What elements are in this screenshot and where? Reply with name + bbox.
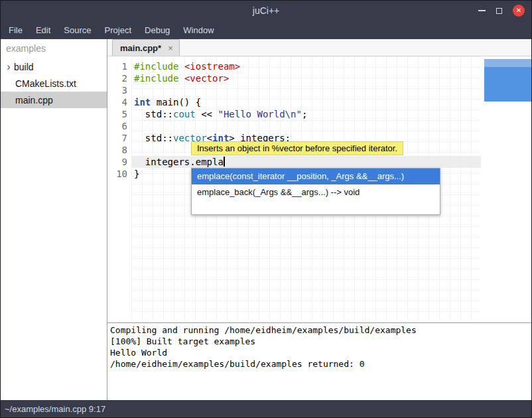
completion-doc-tooltip: Inserts an object in %vector before spec…	[191, 141, 403, 155]
editor-column: main.cpp* × Inserts an object in %vector…	[107, 39, 531, 400]
text-cursor-icon	[224, 157, 225, 167]
tree-item-label: build	[14, 62, 34, 72]
sidebar: examples ›buildCMakeLists.txtmain.cpp	[1, 39, 107, 400]
line-number: 10	[107, 168, 127, 180]
tab-close-icon[interactable]: ×	[168, 43, 173, 53]
code-line[interactable]: #include <vector>	[134, 72, 229, 84]
console-line: Hello World	[110, 347, 529, 358]
menu-debug[interactable]: Debug	[138, 22, 176, 38]
code-token	[178, 73, 184, 84]
minimize-icon[interactable]	[478, 10, 486, 11]
menubar: FileEditSourceProjectDebugWindow	[1, 21, 531, 39]
completion-popup: emplace(const_iterator __position, _Args…	[191, 168, 440, 215]
code-line[interactable]: integers.empla	[134, 156, 225, 168]
file-tree: ›buildCMakeLists.txtmain.cpp	[1, 58, 107, 108]
code-token: main() {	[151, 97, 201, 107]
code-token: cout	[173, 109, 196, 119]
code-token: "Hello World\n"	[218, 109, 301, 119]
maximize-icon[interactable]	[496, 8, 502, 14]
tab-label: main.cpp*	[120, 43, 161, 53]
console-line: [100%] Built target examples	[110, 336, 529, 347]
code-token: #include	[134, 61, 178, 72]
console-line: /home/eidheim/examples/build/examples re…	[110, 358, 529, 370]
menu-source[interactable]: Source	[57, 22, 98, 38]
line-number: 5	[107, 108, 127, 120]
window-title: juCi++	[1, 5, 531, 16]
code-token: integers.empla	[134, 157, 224, 167]
expander-icon[interactable]: ›	[3, 62, 14, 72]
tree-item-label: main.cpp	[15, 95, 53, 105]
code-token	[178, 61, 184, 72]
code-line[interactable]: }	[134, 168, 139, 180]
tree-item-label: CMakeLists.txt	[15, 78, 76, 89]
code-token: <<	[196, 109, 218, 119]
line-number: 7	[107, 132, 127, 144]
line-number: 3	[107, 84, 127, 96]
tabbar: main.cpp* ×	[107, 39, 531, 56]
code-line[interactable]: #include <iostream>	[134, 60, 240, 72]
line-number: 4	[107, 96, 127, 108]
line-number: 8	[107, 144, 127, 156]
completion-item[interactable]: emplace(const_iterator __position, _Args…	[192, 169, 440, 184]
statusbar-text: ~/examples/main.cpp 9:17	[5, 404, 105, 414]
code-token: <iostream>	[184, 61, 240, 72]
titlebar[interactable]: juCi++ ✕	[1, 1, 531, 21]
code-token: }	[134, 169, 139, 179]
project-name: examples	[1, 39, 107, 58]
code-token: std::	[134, 133, 173, 143]
console[interactable]: Compiling and running /home/eidheim/exam…	[107, 322, 531, 400]
close-icon[interactable]: ✕	[513, 5, 525, 17]
code-token: ;	[302, 109, 307, 119]
line-number: 1	[107, 60, 127, 72]
tree-item-main-cpp[interactable]: main.cpp	[1, 92, 107, 108]
code-line[interactable]: int main() {	[134, 96, 201, 108]
statusbar: ~/examples/main.cpp 9:17	[1, 400, 531, 417]
code-token: <vector>	[184, 73, 229, 84]
menu-project[interactable]: Project	[98, 22, 138, 38]
tab-main-cpp[interactable]: main.cpp* ×	[112, 39, 180, 56]
code-token: int	[134, 97, 151, 107]
main-area: examples ›buildCMakeLists.txtmain.cpp ma…	[1, 39, 531, 400]
menu-file[interactable]: File	[2, 22, 29, 38]
editor-overview-scrollbar[interactable]	[484, 59, 531, 102]
app-window: juCi++ ✕ FileEditSourceProjectDebugWindo…	[0, 0, 532, 418]
completion-item[interactable]: emplace_back(_Args &&__args...) --> void	[192, 184, 440, 200]
line-number: 6	[107, 120, 127, 132]
tree-item-build[interactable]: ›build	[1, 58, 107, 75]
line-number: 9	[107, 156, 127, 168]
console-line: Compiling and running /home/eidheim/exam…	[110, 324, 529, 336]
menu-window[interactable]: Window	[176, 22, 220, 38]
code-line[interactable]: std::cout << "Hello World\n";	[134, 108, 307, 120]
code-token: std::	[134, 109, 173, 119]
editor-surface[interactable]: Inserts an object in %vector before spec…	[107, 56, 531, 322]
window-controls: ✕	[478, 1, 525, 21]
menu-edit[interactable]: Edit	[29, 22, 57, 38]
tree-item-cmakelists-txt[interactable]: CMakeLists.txt	[1, 75, 107, 92]
line-number: 2	[107, 72, 127, 84]
code-token: #include	[134, 73, 178, 84]
